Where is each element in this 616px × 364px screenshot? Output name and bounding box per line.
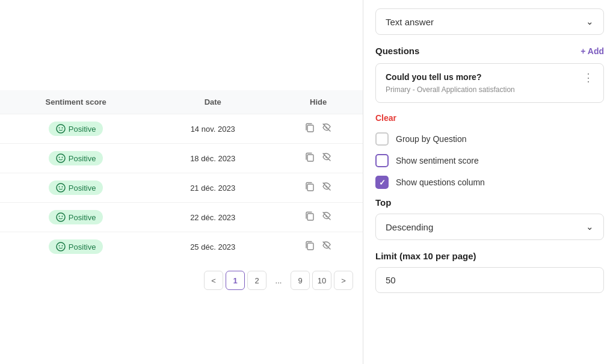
table-row: Positive 18 déc. 2023 (0, 144, 363, 173)
svg-point-2 (61, 128, 63, 129)
svg-point-0 (57, 125, 65, 133)
table-row: Positive 21 déc. 2023 (0, 173, 363, 203)
action-icons (283, 181, 353, 194)
col-header-hide: Hide (274, 90, 363, 114)
pagination-page-9[interactable]: 9 (291, 271, 310, 290)
pagination-page-10[interactable]: 10 (312, 271, 331, 290)
cell-sentiment: Positive (0, 232, 152, 262)
sentiment-badge: Positive (49, 180, 103, 195)
svg-rect-7 (307, 155, 313, 161)
table-row: Positive 14 nov. 2023 (0, 114, 363, 144)
svg-point-9 (58, 187, 60, 188)
cell-date: 22 déc. 2023 (152, 203, 274, 232)
sentiment-badge: Positive (49, 151, 103, 165)
hide-icon[interactable] (321, 152, 332, 165)
pagination-dots: ... (269, 271, 288, 290)
checkbox-show-questions[interactable]: ✓ (375, 176, 389, 189)
smile-icon (56, 183, 66, 193)
checkbox-label-group-by-question: Group by Question (396, 134, 467, 144)
svg-rect-19 (307, 243, 313, 250)
pagination-page-1[interactable]: 1 (226, 271, 245, 290)
copy-icon[interactable] (304, 152, 315, 165)
hide-icon[interactable] (321, 122, 332, 135)
copy-icon[interactable] (304, 122, 315, 135)
cell-hide (274, 203, 363, 232)
question-subtitle: Primary - Overall Application satisfacti… (386, 85, 594, 94)
col-header-date: Date (152, 90, 274, 114)
sentiment-badge: Positive (49, 122, 103, 136)
text-answer-value: Text answer (386, 17, 434, 27)
question-menu-icon[interactable]: ⋮ (583, 72, 594, 83)
checkmark-icon: ✓ (379, 178, 386, 187)
table-header-row: Sentiment score Date Hide (0, 90, 363, 114)
hide-icon[interactable] (321, 240, 332, 253)
cell-date: 21 déc. 2023 (152, 173, 274, 203)
pagination-prev[interactable]: < (204, 271, 223, 290)
question-card: Could you tell us more? ⋮ Primary - Over… (375, 63, 604, 103)
hide-icon[interactable] (321, 181, 332, 194)
questions-title: Questions (375, 46, 419, 56)
svg-point-17 (58, 245, 60, 247)
questions-section-header: Questions + Add (375, 46, 604, 56)
cell-date: 25 déc. 2023 (152, 232, 274, 262)
limit-input[interactable]: 50 (375, 267, 604, 293)
clear-button[interactable]: Clear (375, 113, 396, 123)
limit-label: Limit (max 10 per page) (375, 251, 604, 261)
cell-hide (274, 232, 363, 262)
action-icons (283, 152, 353, 165)
cell-date: 14 nov. 2023 (152, 114, 274, 144)
checkbox-label-show-sentiment: Show sentiment score (396, 156, 479, 165)
add-question-button[interactable]: + Add (581, 46, 604, 56)
question-text: Could you tell us more? (386, 72, 583, 82)
sentiment-badge: Positive (49, 210, 103, 224)
svg-rect-3 (307, 125, 313, 132)
cell-date: 18 déc. 2023 (152, 144, 274, 173)
action-icons (283, 122, 353, 135)
hide-icon[interactable] (321, 211, 332, 224)
cell-sentiment: Positive (0, 173, 152, 203)
cell-hide (274, 173, 363, 203)
top-label: Top (375, 197, 604, 208)
cell-sentiment: Positive (0, 203, 152, 232)
action-icons (283, 240, 353, 253)
text-answer-dropdown[interactable]: Text answer ⌄ (375, 8, 604, 35)
pagination-page-2[interactable]: 2 (247, 271, 266, 290)
copy-icon[interactable] (304, 240, 315, 253)
top-order-dropdown[interactable]: Descending ⌄ (375, 214, 604, 240)
table-row: Positive 25 déc. 2023 (0, 232, 363, 262)
svg-point-18 (61, 245, 63, 247)
svg-point-10 (61, 187, 63, 188)
text-answer-chevron-icon: ⌄ (586, 16, 594, 27)
svg-point-6 (61, 157, 63, 158)
pagination-next[interactable]: > (334, 271, 353, 290)
smile-icon (56, 153, 66, 163)
copy-icon[interactable] (304, 181, 315, 194)
cell-hide (274, 114, 363, 144)
action-icons (283, 211, 353, 224)
top-order-value: Descending (386, 222, 433, 232)
data-table-container: Sentiment score Date Hide Positive 14 no… (0, 90, 363, 300)
svg-point-4 (57, 154, 65, 162)
left-panel: Sentiment score Date Hide Positive 14 no… (0, 0, 363, 364)
checkbox-row-show-sentiment: Show sentiment score (375, 154, 604, 167)
pagination: < 1 2 ... 9 10 > (0, 261, 363, 300)
svg-point-13 (58, 216, 60, 217)
checkbox-row-show-questions: ✓ Show questions column (375, 176, 604, 189)
cell-sentiment: Positive (0, 114, 152, 144)
svg-point-16 (57, 242, 65, 251)
copy-icon[interactable] (304, 211, 315, 224)
svg-rect-11 (307, 184, 313, 191)
checkbox-show-sentiment[interactable] (375, 154, 389, 167)
checkbox-group-by-question[interactable] (375, 132, 389, 146)
svg-point-5 (58, 157, 60, 158)
right-panel: Text answer ⌄ Questions + Add Could you … (363, 0, 616, 364)
table-row: Positive 22 déc. 2023 (0, 203, 363, 232)
top-order-chevron-icon: ⌄ (586, 221, 594, 232)
svg-point-14 (61, 216, 63, 217)
smile-icon (56, 242, 66, 251)
svg-rect-15 (307, 214, 313, 220)
checkbox-row-group-by-question: Group by Question (375, 132, 604, 146)
cell-hide (274, 144, 363, 173)
svg-point-8 (57, 184, 65, 192)
smile-icon (56, 212, 66, 222)
